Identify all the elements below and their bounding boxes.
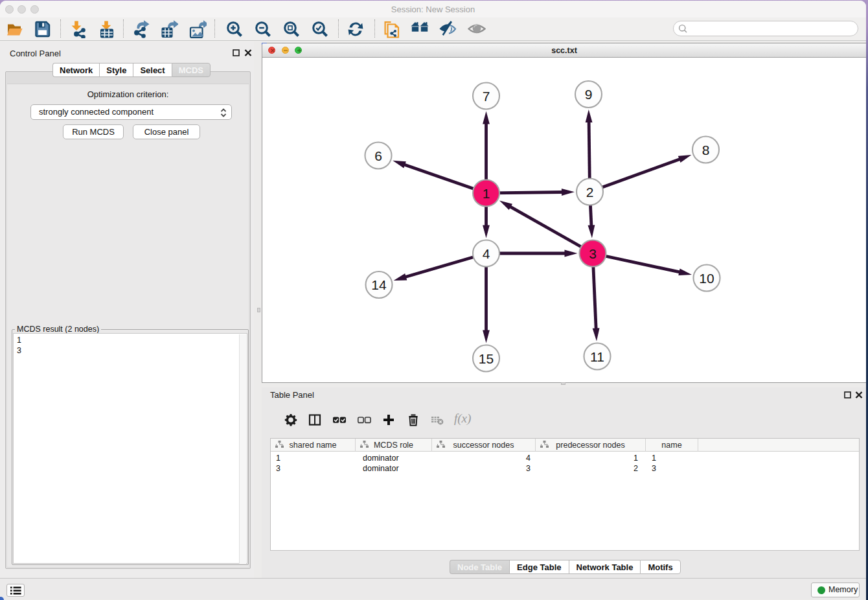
svg-text:1: 1 <box>483 186 490 201</box>
svg-text:7: 7 <box>483 89 490 104</box>
svg-text:6: 6 <box>374 148 382 163</box>
svg-text:10: 10 <box>699 271 714 286</box>
svg-text:4: 4 <box>483 246 490 261</box>
svg-text:9: 9 <box>585 87 593 102</box>
svg-text:15: 15 <box>479 351 494 366</box>
svg-text:2: 2 <box>586 185 594 200</box>
svg-text:14: 14 <box>371 277 387 292</box>
svg-text:3: 3 <box>589 246 597 261</box>
svg-text:8: 8 <box>702 143 710 157</box>
svg-text:11: 11 <box>590 349 604 364</box>
